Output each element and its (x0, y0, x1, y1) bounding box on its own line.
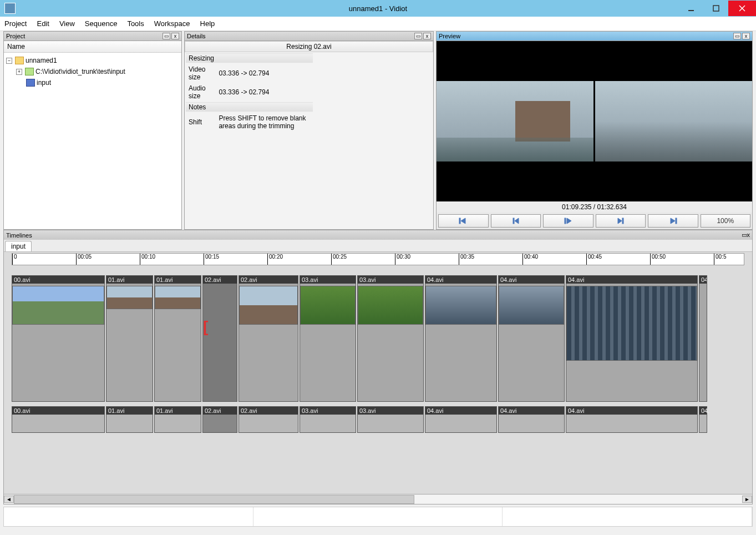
svg-rect-11 (622, 218, 623, 224)
menu-project[interactable]: Project (4, 19, 27, 28)
video-clip[interactable]: 04.avi (498, 275, 565, 402)
pin-icon[interactable]: ▭ (163, 33, 170, 39)
video-clip[interactable]: 03.avi (357, 275, 424, 402)
pin-icon[interactable]: ▭ (414, 33, 422, 39)
prev-frame-button[interactable] (491, 214, 541, 228)
minimize-button[interactable] (678, 1, 703, 16)
collapse-icon[interactable]: − (6, 58, 12, 64)
menu-tools[interactable]: Tools (127, 19, 144, 28)
close-button[interactable] (728, 1, 756, 16)
menu-workspace[interactable]: Workspace (154, 19, 190, 28)
video-clip[interactable]: 04.a (699, 275, 707, 402)
audio-track[interactable]: 00.avi01.avi01.avi02.avi02.avi03.avi03.a… (12, 406, 744, 433)
detail-key: Video size (186, 64, 215, 82)
menu-edit[interactable]: Edit (37, 19, 49, 28)
video-clip[interactable]: 00.avi (12, 275, 105, 402)
clip-label: 02.avi (203, 276, 237, 284)
clip-label: 03.avi (358, 276, 423, 284)
clip-thumbnail (239, 286, 298, 325)
audio-clip[interactable]: 03.avi (300, 406, 356, 433)
audio-clip[interactable]: 02.avi (202, 406, 237, 433)
tree-folder[interactable]: + C:\Vidiot\vidiot_trunk\test\input (6, 66, 179, 77)
video-track[interactable]: 00.avi01.avi01.avi02.avi02.avi03.avi03.a… (12, 275, 744, 402)
audio-clip[interactable]: 04.avi (498, 406, 565, 433)
goto-start-button[interactable] (438, 214, 489, 228)
clip-label: 01.avi (155, 407, 201, 415)
clip-label: 04.avi (566, 276, 697, 284)
clip-label: 03.avi (358, 407, 423, 415)
ruler-tick: 00:50 (650, 254, 666, 265)
video-clip[interactable]: 02.avi (239, 275, 298, 402)
audio-clip[interactable]: 01.avi (106, 406, 153, 433)
play-button[interactable] (543, 214, 593, 228)
timeline-scrollbar[interactable]: ◄ ► (4, 494, 752, 504)
menu-sequence[interactable]: Sequence (85, 19, 118, 28)
preview-viewport (437, 41, 752, 201)
timelines-header[interactable]: Timelines ▭x (4, 230, 752, 240)
scroll-left-icon[interactable]: ◄ (4, 496, 14, 503)
clip-label: 04.avi (499, 276, 564, 284)
pin-icon[interactable]: ▭ (733, 33, 741, 39)
ruler-tick: 00:15 (204, 254, 219, 265)
timeline-tab-input[interactable]: input (5, 241, 32, 251)
svg-marker-7 (515, 218, 519, 224)
audio-clip[interactable]: 02.avi (239, 406, 298, 433)
ruler-tick: 00:5 (714, 254, 726, 265)
close-icon[interactable]: x (742, 33, 750, 39)
close-icon[interactable]: x (171, 33, 179, 39)
expand-icon[interactable]: + (16, 69, 22, 75)
detail-key: Shift (186, 113, 215, 131)
window-title: unnamed1 - Vidiot (349, 4, 407, 13)
project-panel-header[interactable]: Project ▭x (4, 32, 181, 41)
audio-clip[interactable]: 03.avi (357, 406, 424, 433)
goto-end-button[interactable] (648, 214, 698, 228)
audio-clip[interactable]: 00.avi (12, 406, 105, 433)
details-panel-header[interactable]: Details ▭x (185, 32, 433, 41)
video-clip[interactable]: 03.avi (300, 275, 356, 402)
menu-help[interactable]: Help (200, 19, 215, 28)
app-icon (4, 3, 16, 14)
clip-label: 04.avi (566, 407, 697, 415)
audio-clip[interactable]: 04.avi (566, 406, 698, 433)
pin-icon[interactable]: ▭ (742, 231, 747, 238)
svg-marker-10 (618, 218, 622, 224)
ruler-tick: 00:30 (395, 254, 410, 265)
scroll-right-icon[interactable]: ► (742, 496, 752, 503)
clip-label: 04.avi (425, 407, 496, 415)
close-icon[interactable]: x (747, 231, 750, 238)
timelines-title: Timelines (6, 232, 32, 239)
video-clip[interactable]: 01.avi (106, 275, 153, 402)
maximize-button[interactable] (703, 1, 728, 16)
video-clip[interactable]: 04.avi (425, 275, 497, 402)
trim-marker-icon[interactable] (203, 318, 209, 334)
scroll-thumb[interactable] (14, 495, 414, 504)
video-clip[interactable]: 02.avi (202, 275, 237, 402)
zoom-display[interactable]: 100% (701, 214, 751, 228)
clip-label: 01.avi (106, 407, 153, 415)
preview-panel-header[interactable]: Preview ▭x (437, 32, 752, 41)
clip-label: 00.avi (12, 407, 104, 415)
video-clip[interactable]: 01.avi (154, 275, 201, 402)
next-frame-button[interactable] (596, 214, 646, 228)
audio-clip[interactable]: 01.avi (154, 406, 201, 433)
tree-folder-label: C:\Vidiot\vidiot_trunk\test\input (35, 68, 125, 75)
menu-view[interactable]: View (59, 19, 75, 28)
tree-sequence[interactable]: input (6, 77, 179, 88)
project-column-name[interactable]: Name (4, 41, 181, 53)
audio-clip[interactable]: 04.avi (425, 406, 497, 433)
home-folder-icon (25, 68, 34, 75)
close-icon[interactable]: x (423, 33, 431, 39)
ruler-tick: 00:20 (267, 254, 283, 265)
audio-clip[interactable]: 04. (699, 406, 707, 433)
video-clip[interactable]: 04.avi (566, 275, 698, 402)
tree-root[interactable]: − unnamed1 (6, 55, 179, 66)
timeline-ruler[interactable]: 000:0500:1000:1500:2000:2500:3000:3500:4… (12, 253, 744, 265)
preview-time: 01:09.235 / 01:32.634 (437, 201, 752, 213)
clip-label: 03.avi (300, 407, 356, 415)
timeline-area[interactable]: 000:0500:1000:1500:2000:2500:3000:3500:4… (4, 252, 752, 494)
timelines-panel: Timelines ▭x input 000:0500:1000:1500:20… (3, 230, 753, 504)
titlebar: unnamed1 - Vidiot (0, 0, 756, 17)
clip-label: 04.avi (425, 276, 496, 284)
project-panel-title: Project (6, 33, 25, 39)
clip-thumbnail (499, 286, 564, 325)
